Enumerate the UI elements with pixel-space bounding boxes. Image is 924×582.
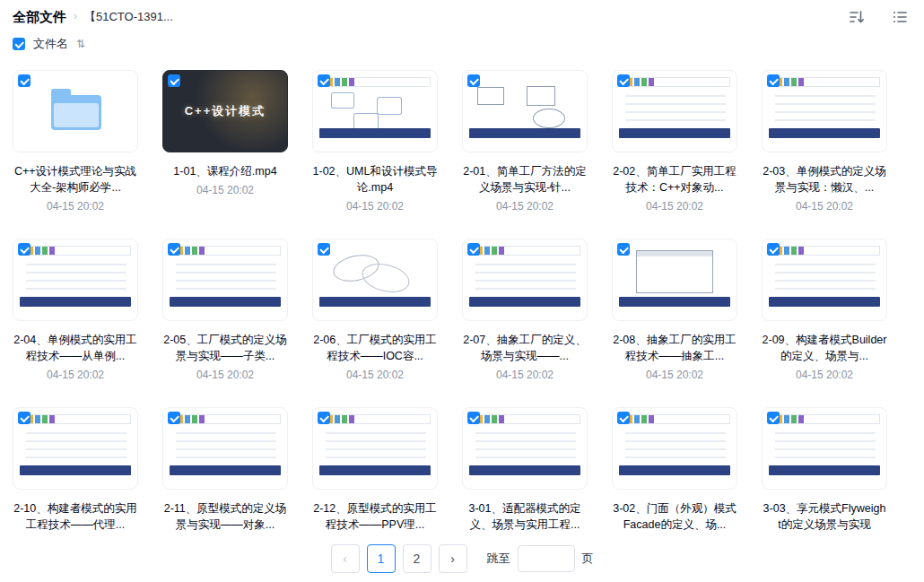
file-thumbnail[interactable] [762, 70, 887, 152]
file-date: 04-15 20:02 [462, 200, 588, 213]
file-name[interactable]: 2-12、原型模式的实用工程技术——PPV理... [312, 500, 438, 533]
file-name[interactable]: 2-02、简单工厂实用工程技术：C++对象动... [612, 163, 737, 195]
file-checkbox[interactable] [617, 412, 630, 424]
page-1-button[interactable]: 1 [367, 544, 396, 573]
file-card[interactable]: 2-08、抽象工厂的实用工程技术——抽象工... 04-15 20:02 [612, 239, 737, 381]
file-name[interactable]: 3-03、享元模式Flyweight的定义场景与实现 [762, 500, 887, 533]
page-unit-label: 页 [582, 551, 594, 567]
file-date: 04-15 20:02 [162, 184, 288, 196]
file-card[interactable]: 2-10、构建者模式的实用工程技术——代理... 04-15 20:02 [13, 407, 138, 550]
file-thumbnail[interactable] [312, 407, 438, 490]
file-checkbox[interactable] [318, 74, 330, 87]
file-name[interactable]: 2-10、构建者模式的实用工程技术——代理... [13, 500, 138, 533]
file-thumbnail[interactable] [612, 70, 737, 152]
file-date: 04-15 20:02 [462, 369, 588, 381]
jump-page-input[interactable] [518, 545, 575, 572]
file-name[interactable]: 2-08、抽象工厂的实用工程技术——抽象工... [612, 332, 737, 364]
file-date: 04-15 20:02 [312, 369, 438, 381]
file-date: 04-15 20:02 [612, 200, 737, 213]
file-name[interactable]: 2-05、工厂模式的定义场景与实现——子类... [162, 332, 288, 364]
file-thumbnail[interactable] [762, 239, 887, 321]
file-checkbox[interactable] [617, 243, 630, 256]
file-checkbox[interactable] [767, 243, 780, 256]
file-thumbnail[interactable]: C++设计模式 [162, 70, 288, 152]
file-card[interactable]: 2-11、原型模式的定义场景与实现——对象... 04-15 20:02 [162, 407, 288, 550]
file-thumbnail[interactable] [762, 407, 887, 490]
file-checkbox[interactable] [767, 74, 780, 87]
file-checkbox[interactable] [168, 74, 180, 87]
file-checkbox[interactable] [18, 243, 31, 256]
file-checkbox[interactable] [467, 243, 480, 256]
file-thumbnail[interactable] [612, 407, 737, 490]
breadcrumb-current: 【51CTO-1391... [84, 9, 173, 25]
list-view-icon[interactable] [892, 9, 908, 25]
file-thumbnail[interactable] [13, 239, 138, 321]
page-title[interactable]: 全部文件 [13, 9, 66, 26]
file-checkbox[interactable] [318, 412, 330, 424]
file-card[interactable]: 2-07、抽象工厂的定义、场景与实现——... 04-15 20:02 [462, 239, 588, 381]
thumbnail-overlay [477, 87, 504, 105]
filename-sort-arrows-icon[interactable]: ⇅ [76, 39, 85, 49]
file-manager-page: 全部文件 › 【51CTO-1391... 文件名 ⇅ C++设计模式理论与实战… [0, 0, 924, 582]
file-name[interactable]: 2-11、原型模式的定义场景与实现——对象... [162, 500, 288, 533]
select-all-checkbox[interactable] [13, 38, 25, 50]
filename-sort-label[interactable]: 文件名 [33, 36, 68, 52]
thumbnail-overlay: C++设计模式 [163, 71, 287, 152]
file-name[interactable]: 1-01、课程介绍.mp4 [162, 163, 288, 179]
file-card[interactable]: 2-03、单例模式的定义场景与实现：懒汉、... 04-15 20:02 [762, 70, 887, 213]
file-thumbnail[interactable] [312, 239, 438, 321]
file-checkbox[interactable] [168, 243, 180, 256]
file-name[interactable]: 2-03、单例模式的定义场景与实现：懒汉、... [762, 163, 887, 195]
file-thumbnail[interactable] [462, 239, 588, 321]
file-name[interactable]: 3-01、适配器模式的定义、场景与实用工程... [462, 500, 588, 533]
file-date: 04-15 20:02 [762, 369, 887, 381]
file-thumbnail[interactable] [612, 239, 737, 321]
file-date: 04-15 20:02 [13, 200, 138, 213]
file-card[interactable]: 2-01、简单工厂方法的定义场景与实现-针... 04-15 20:02 [462, 70, 588, 213]
file-thumbnail[interactable] [13, 407, 138, 490]
file-card[interactable]: 3-02、门面（外观）模式Facade的定义、场... 04-15 20:02 [612, 407, 737, 550]
file-checkbox[interactable] [318, 243, 330, 256]
file-card[interactable]: 2-06、工厂模式的实用工程技术——IOC容... 04-15 20:02 [312, 239, 438, 381]
file-thumbnail[interactable] [162, 239, 288, 321]
file-date: 04-15 20:02 [162, 369, 288, 381]
file-card[interactable]: 2-04、单例模式的实用工程技术——从单例... 04-15 20:02 [13, 239, 138, 381]
file-card[interactable]: 2-05、工厂模式的定义场景与实现——子类... 04-15 20:02 [162, 239, 288, 381]
file-thumbnail[interactable] [462, 407, 588, 490]
file-checkbox[interactable] [18, 74, 31, 87]
file-card[interactable]: C++设计模式理论与实战大全-架构师必学... 04-15 20:02 [13, 70, 138, 213]
file-name[interactable]: 2-04、单例模式的实用工程技术——从单例... [13, 332, 138, 364]
file-thumbnail[interactable] [312, 70, 438, 152]
file-name[interactable]: 2-06、工厂模式的实用工程技术——IOC容... [312, 332, 438, 364]
next-page-button[interactable]: › [439, 544, 467, 573]
header: 全部文件 › 【51CTO-1391... [0, 0, 924, 25]
sort-order-icon[interactable] [849, 9, 865, 25]
file-date: 04-15 20:02 [762, 200, 887, 213]
page-2-button[interactable]: 2 [403, 544, 431, 573]
file-card[interactable]: C++设计模式 1-01、课程介绍.mp4 04-15 20:02 [162, 70, 288, 213]
file-card[interactable]: 1-02、UML和设计模式导论.mp4 04-15 20:02 [312, 70, 438, 213]
file-card[interactable]: 3-03、享元模式Flyweight的定义场景与实现 04-15 20:02 [762, 407, 887, 550]
file-card[interactable]: 2-09、构建者模式Builder的定义、场景与... 04-15 20:02 [762, 239, 887, 381]
file-checkbox[interactable] [467, 412, 480, 424]
file-thumbnail[interactable] [462, 70, 588, 152]
file-checkbox[interactable] [767, 412, 780, 424]
file-card[interactable]: 2-12、原型模式的实用工程技术——PPV理... 04-15 20:02 [312, 407, 438, 550]
file-card[interactable]: 2-02、简单工厂实用工程技术：C++对象动... 04-15 20:02 [612, 70, 737, 213]
thumbnail-overlay [637, 251, 712, 256]
file-thumbnail[interactable] [13, 70, 138, 152]
file-name[interactable]: 2-01、简单工厂方法的定义场景与实现-针... [462, 163, 588, 195]
file-name[interactable]: 3-02、门面（外观）模式Facade的定义、场... [612, 500, 737, 533]
file-name[interactable]: 2-07、抽象工厂的定义、场景与实现——... [462, 332, 588, 364]
file-checkbox[interactable] [18, 412, 31, 424]
file-checkbox[interactable] [617, 74, 630, 87]
file-thumbnail[interactable] [162, 407, 288, 490]
file-card[interactable]: 3-01、适配器模式的定义、场景与实用工程... 04-15 20:02 [462, 407, 588, 550]
file-name[interactable]: 2-09、构建者模式Builder的定义、场景与... [762, 332, 887, 364]
file-checkbox[interactable] [467, 74, 480, 87]
file-name[interactable]: 1-02、UML和设计模式导论.mp4 [312, 163, 438, 195]
file-checkbox[interactable] [168, 412, 180, 424]
file-name[interactable]: C++设计模式理论与实战大全-架构师必学... [13, 163, 138, 195]
header-actions [849, 9, 911, 25]
prev-page-button[interactable]: ‹ [331, 544, 360, 573]
